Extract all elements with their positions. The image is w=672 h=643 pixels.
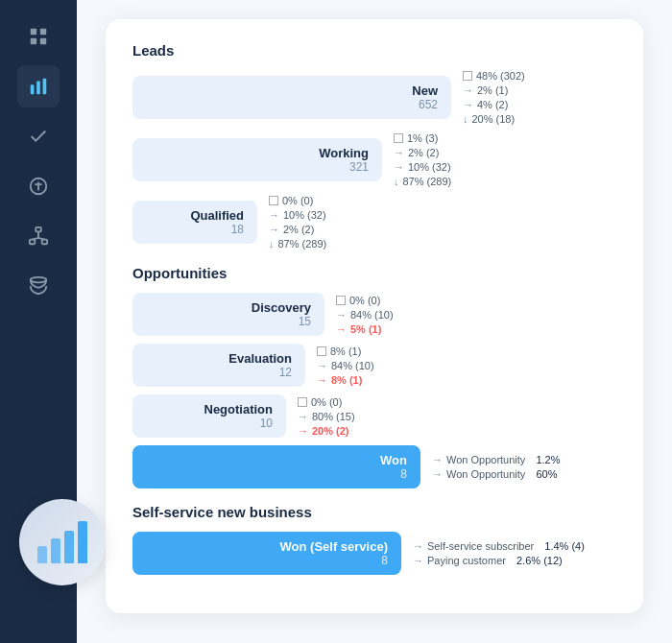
svg-rect-2: [31, 38, 36, 44]
working-stage-name: Working: [319, 146, 369, 160]
stat-value: 1.2%: [536, 454, 560, 465]
arrow-right-icon: →: [413, 555, 423, 566]
sidebar-item-grid[interactable]: [17, 15, 60, 58]
list-item: → 2% (2): [394, 147, 547, 158]
stat-value: 60%: [536, 468, 557, 480]
main-card: Leads New 652 48% (302) → 2%: [106, 19, 643, 613]
new-bar: New 652: [132, 76, 451, 119]
stat-text: 2% (2): [283, 224, 314, 235]
qualified-stage-count: 18: [231, 223, 244, 236]
stat-box-icon: [298, 397, 307, 407]
stat-text: 1% (3): [407, 132, 438, 144]
arrow-down-icon: ↓: [269, 238, 275, 250]
arrow-right-icon: →: [413, 540, 423, 552]
list-item: → 80% (15): [298, 411, 451, 422]
list-item: → Self-service subscriber 1.4% (4): [413, 540, 585, 552]
working-stats: 1% (3) → 2% (2) → 10% (32) ↓ 87% (289): [394, 132, 547, 187]
arrow-right-icon: →: [394, 147, 404, 158]
list-item: 1% (3): [394, 132, 547, 144]
list-item: → 84% (10): [336, 309, 490, 321]
self-service-title: Self-service new business: [132, 504, 616, 520]
chart-bar-2: [51, 538, 60, 563]
stat-text: Won Opportunity: [446, 454, 525, 465]
stat-text: 84% (10): [331, 360, 374, 371]
self-service-section: Self-service new business Won (Self serv…: [132, 504, 616, 575]
svg-rect-11: [30, 240, 35, 245]
stat-text: 84% (10): [350, 309, 394, 321]
stat-text: Paying customer: [427, 555, 506, 566]
svg-line-15: [38, 238, 44, 240]
stat-text-red: 8% (1): [331, 374, 362, 386]
table-row: New 652 48% (302) → 2% (1) →: [132, 70, 616, 125]
mini-bar-chart: [37, 521, 87, 563]
stat-box-icon: [317, 346, 326, 356]
arrow-right-red-icon: →: [317, 374, 327, 386]
evaluation-stage-count: 12: [279, 366, 292, 379]
stat-text: 10% (32): [283, 209, 326, 221]
list-item: → 20% (2): [298, 425, 451, 437]
list-item: ↓ 20% (18): [463, 113, 616, 125]
list-item: 0% (0): [336, 295, 490, 306]
won-stats: → Won Opportunity 1.2% → Won Opportunity…: [432, 454, 586, 480]
evaluation-bar: Evaluation 12: [132, 344, 305, 387]
stat-text: 87% (289): [278, 238, 327, 250]
list-item: → 8% (1): [317, 374, 470, 386]
sidebar-item-chart[interactable]: [17, 65, 60, 107]
new-stage-count: 652: [419, 98, 438, 111]
stat-text: 2% (2): [408, 147, 439, 158]
list-item: 0% (0): [298, 396, 451, 408]
discovery-stage-name: Discovery: [252, 300, 311, 315]
discovery-stage-count: 15: [299, 315, 311, 328]
svg-line-14: [33, 238, 38, 240]
arrow-right-icon: →: [317, 360, 327, 371]
arrow-right-icon: →: [298, 411, 308, 422]
stat-box-icon: [394, 133, 403, 143]
stat-value: 2.6% (12): [516, 555, 563, 566]
table-row: Won 8 → Won Opportunity 1.2% → Won Oppor…: [132, 445, 616, 488]
sidebar-item-layers[interactable]: [17, 265, 60, 307]
svg-rect-6: [43, 79, 47, 95]
sidebar-item-revenue[interactable]: [17, 165, 60, 207]
stat-value: 1.4% (4): [544, 540, 585, 552]
stat-text: Won Opportunity: [446, 468, 525, 480]
leads-section: Leads New 652 48% (302) → 2%: [132, 42, 616, 250]
stat-text: 0% (0): [311, 396, 342, 408]
negotiation-bar: Negotiation 10: [132, 394, 286, 438]
arrow-down-icon: ↓: [394, 176, 399, 187]
won-self-bar: Won (Self service) 8: [132, 532, 401, 575]
negotiation-stage-count: 10: [260, 417, 273, 430]
stat-text: 0% (0): [282, 195, 313, 206]
stat-text-red: 20% (2): [312, 425, 349, 437]
chart-bar-1: [37, 546, 47, 563]
stat-text: 87% (289): [403, 176, 452, 187]
stat-text: Self-service subscriber: [427, 540, 534, 552]
app-container: Leads New 652 48% (302) → 2%: [0, 0, 672, 643]
svg-point-16: [31, 277, 47, 283]
arrow-right-red-icon: →: [336, 323, 347, 335]
list-item: 48% (302): [463, 70, 616, 82]
stat-text: 8% (1): [330, 345, 361, 357]
stat-box-icon: [463, 71, 472, 81]
arrow-right-icon: →: [463, 99, 473, 110]
svg-rect-0: [31, 29, 36, 35]
list-item: → 84% (10): [317, 360, 470, 371]
new-stage-name: New: [412, 83, 438, 98]
chart-bar-4: [78, 521, 87, 563]
floating-chart-bubble: [19, 499, 106, 585]
arrow-down-icon: ↓: [463, 113, 468, 125]
svg-rect-10: [36, 227, 41, 232]
won-bar: Won 8: [132, 445, 420, 488]
discovery-bar: Discovery 15: [132, 293, 324, 336]
sidebar-item-org[interactable]: [17, 215, 60, 257]
negotiation-stage-name: Negotiation: [204, 402, 274, 417]
table-row: Evaluation 12 8% (1) → 84% (10): [132, 344, 616, 387]
list-item: 0% (0): [269, 195, 422, 206]
svg-rect-3: [40, 38, 46, 44]
evaluation-stats: 8% (1) → 84% (10) → 8% (1): [317, 345, 470, 386]
list-item: → 10% (32): [269, 209, 422, 221]
arrow-right-icon: →: [269, 209, 279, 221]
list-item: 8% (1): [317, 345, 470, 357]
sidebar-item-tasks[interactable]: [17, 115, 60, 157]
list-item: ↓ 87% (289): [394, 176, 547, 187]
won-self-stage-name: Won (Self service): [280, 539, 388, 554]
